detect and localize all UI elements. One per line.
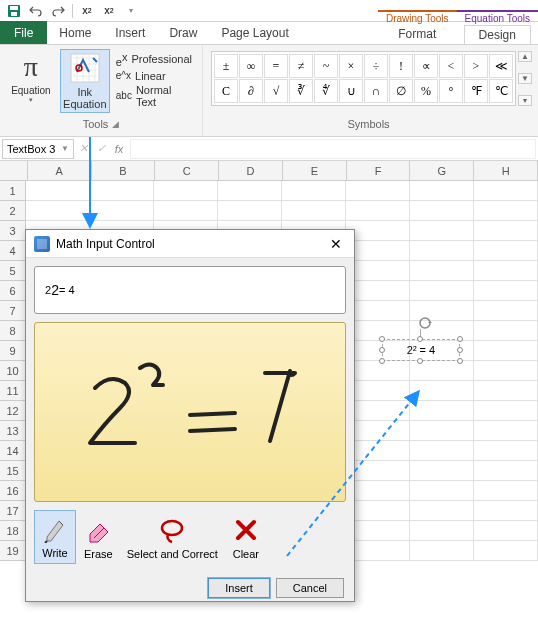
col-header[interactable]: B (92, 161, 156, 180)
row-header[interactable]: 7 (0, 301, 26, 321)
cell[interactable] (474, 281, 538, 301)
cell[interactable] (474, 201, 538, 221)
row-header[interactable]: 19 (0, 541, 26, 561)
cell[interactable] (474, 441, 538, 461)
ink-canvas[interactable] (34, 322, 346, 502)
cell[interactable] (346, 481, 410, 501)
tab-draw[interactable]: Draw (157, 21, 209, 44)
col-header[interactable]: D (219, 161, 283, 180)
cancel-formula-icon[interactable]: ✕ (74, 142, 92, 155)
cell[interactable] (474, 361, 538, 381)
row-header[interactable]: 1 (0, 181, 26, 201)
cell[interactable] (346, 321, 410, 341)
cell[interactable] (346, 301, 410, 321)
cell[interactable] (474, 241, 538, 261)
cell[interactable] (474, 421, 538, 441)
cell[interactable] (346, 541, 410, 561)
cell[interactable] (474, 261, 538, 281)
cell[interactable] (410, 501, 474, 521)
cell[interactable] (346, 281, 410, 301)
symbol-cell[interactable]: ∩ (364, 79, 388, 103)
row-header[interactable]: 2 (0, 201, 26, 221)
cell[interactable] (346, 361, 410, 381)
symbol-cell[interactable]: ℉ (464, 79, 488, 103)
cell[interactable] (154, 181, 218, 201)
row-header[interactable]: 5 (0, 261, 26, 281)
select-all-corner[interactable] (0, 161, 28, 180)
cell[interactable] (346, 461, 410, 481)
cell[interactable] (282, 201, 346, 221)
row-header[interactable]: 16 (0, 481, 26, 501)
symbol-cell[interactable]: = (264, 54, 288, 78)
cell[interactable] (410, 541, 474, 561)
symbol-cell[interactable]: ≪ (489, 54, 513, 78)
symbol-cell[interactable]: × (339, 54, 363, 78)
cell[interactable] (346, 241, 410, 261)
symbol-cell[interactable]: > (464, 54, 488, 78)
col-header[interactable]: C (155, 161, 219, 180)
write-tool[interactable]: Write (34, 510, 76, 564)
col-header[interactable]: G (410, 161, 474, 180)
symbol-cell[interactable]: ° (439, 79, 463, 103)
symbol-cell[interactable]: C (214, 79, 238, 103)
subscript-button[interactable]: x2 (77, 2, 97, 20)
cell[interactable] (346, 421, 410, 441)
cell[interactable] (346, 521, 410, 541)
ink-equation-button[interactable]: Ink Equation (60, 49, 110, 113)
tools-launcher-icon[interactable]: ◢ (112, 119, 119, 129)
cell[interactable] (282, 181, 346, 201)
cell[interactable] (346, 201, 410, 221)
cell[interactable] (90, 181, 154, 201)
symbol-cell[interactable]: ∛ (289, 79, 313, 103)
symbol-cell[interactable]: % (414, 79, 438, 103)
symbols-grid[interactable]: ±∞=≠~×÷!∝<>≪C∂√∛∜∪∩∅%°℉℃ (211, 51, 516, 106)
cell[interactable] (474, 501, 538, 521)
symbol-cell[interactable]: ∪ (339, 79, 363, 103)
row-header[interactable]: 8 (0, 321, 26, 341)
resize-handle[interactable] (379, 358, 385, 364)
resize-handle[interactable] (379, 336, 385, 342)
cell[interactable] (346, 181, 410, 201)
normal-text-option[interactable]: abcNormal Text (116, 84, 194, 108)
cell[interactable] (410, 241, 474, 261)
row-header[interactable]: 15 (0, 461, 26, 481)
cell[interactable] (474, 341, 538, 361)
symbol-cell[interactable]: ∅ (389, 79, 413, 103)
select-correct-tool[interactable]: Select and Correct (121, 512, 224, 564)
cell[interactable] (410, 401, 474, 421)
row-header[interactable]: 13 (0, 421, 26, 441)
cell[interactable] (346, 261, 410, 281)
row-header[interactable]: 12 (0, 401, 26, 421)
symbol-cell[interactable]: ∞ (239, 54, 263, 78)
cell[interactable] (90, 201, 154, 221)
col-header[interactable]: H (474, 161, 538, 180)
cell[interactable] (346, 381, 410, 401)
chevron-down-icon[interactable]: ▼ (61, 144, 69, 153)
symbols-up-icon[interactable]: ▲ (518, 51, 532, 62)
resize-handle[interactable] (457, 358, 463, 364)
undo-button[interactable] (26, 2, 46, 20)
professional-option[interactable]: exProfessional (116, 51, 194, 68)
resize-handle[interactable] (457, 347, 463, 353)
symbol-cell[interactable]: ∝ (414, 54, 438, 78)
tab-file[interactable]: File (0, 21, 47, 44)
close-icon[interactable]: ✕ (326, 236, 346, 252)
cell[interactable] (410, 381, 474, 401)
cell[interactable] (474, 401, 538, 421)
row-header[interactable]: 10 (0, 361, 26, 381)
cell[interactable] (410, 181, 474, 201)
row-header[interactable]: 18 (0, 521, 26, 541)
row-header[interactable]: 17 (0, 501, 26, 521)
col-header[interactable]: F (347, 161, 411, 180)
cell[interactable] (410, 461, 474, 481)
save-button[interactable] (4, 2, 24, 20)
col-header[interactable]: E (283, 161, 347, 180)
formula-bar[interactable] (130, 139, 536, 159)
cell[interactable] (410, 361, 474, 381)
symbol-cell[interactable]: ℃ (489, 79, 513, 103)
resize-handle[interactable] (379, 347, 385, 353)
cell[interactable] (474, 181, 538, 201)
enter-formula-icon[interactable]: ✓ (92, 142, 110, 155)
symbol-cell[interactable]: ∂ (239, 79, 263, 103)
cell[interactable] (218, 201, 282, 221)
